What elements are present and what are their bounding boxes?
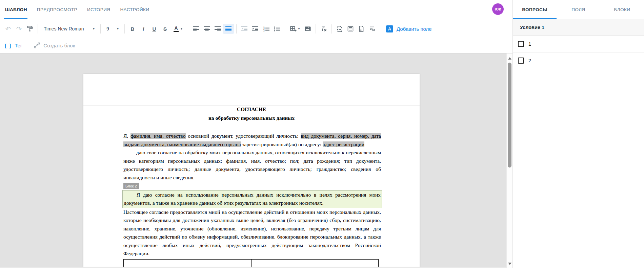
condition-label: 2: [528, 58, 531, 63]
font-family-select[interactable]: Times New Roman ▾: [40, 24, 98, 34]
right-panel: ВОПРОСЫ ПОЛЯ БЛОКИ Условие 1 1 2: [512, 0, 644, 268]
block2-label[interactable]: Блок 2: [123, 183, 139, 189]
tag-button[interactable]: [ ] Тег: [5, 43, 22, 48]
align-justify-button[interactable]: [223, 24, 234, 34]
insert-image-button[interactable]: [302, 24, 313, 34]
add-field-icon: A: [386, 25, 393, 32]
scroll-up-arrow[interactable]: [508, 57, 511, 60]
paragraph-consent-categories[interactable]: даю свое согласие на обработку моих перс…: [123, 149, 381, 182]
paragraph-consent-actions[interactable]: Настоящее согласие предоставляется мной …: [123, 208, 381, 258]
undo-button[interactable]: ↶: [3, 24, 14, 34]
document-page[interactable]: СОГЛАСИЕ на обработку персональных данны…: [83, 74, 420, 268]
unordered-list-button[interactable]: [271, 24, 282, 34]
create-block-button[interactable]: Создать блок: [34, 42, 75, 49]
toolbar-separator: [38, 24, 38, 34]
tab-settings[interactable]: НАСТРОЙКИ: [120, 7, 149, 12]
unordered-list-icon: [274, 26, 280, 32]
page-break-button[interactable]: [334, 24, 345, 34]
document-body[interactable]: Я, фамилия, имя, отчество основной докум…: [123, 132, 381, 268]
text-color-button[interactable]: A ▾: [170, 24, 185, 34]
editor-settings-button[interactable]: [367, 24, 378, 34]
text-segment: зарегистрированный(ая) по адресу:: [241, 141, 323, 147]
toolbar-separator: [285, 24, 285, 34]
tab-questions[interactable]: ВОПРОСЫ: [513, 0, 557, 19]
italic-button[interactable]: I: [138, 24, 149, 34]
toolbar-separator: [124, 24, 125, 34]
template-field[interactable]: фамилия, имя, отчество: [130, 133, 186, 139]
bold-button[interactable]: B: [127, 24, 138, 34]
paint-format-button[interactable]: [24, 24, 35, 34]
page-header-divider: [83, 105, 420, 106]
scrollbar-thumb[interactable]: [508, 63, 511, 168]
tab-preview[interactable]: ПРЕДПРОСМОТР: [37, 7, 77, 12]
toolbar-separator: [100, 24, 101, 34]
toolbar-separator: [316, 24, 316, 34]
page-break-icon: [336, 25, 343, 32]
editor-toolbar: ↶ ↷ Times New Roman ▾ 9 ▾ B I U S A ▾: [0, 19, 512, 53]
align-right-icon: [215, 26, 221, 31]
checkbox-condition-1[interactable]: [518, 41, 524, 47]
toolbar-row-template-tools: [ ] Тег Создать блок: [0, 38, 512, 52]
condition-group-title: Условие 1: [513, 19, 644, 36]
svg-text:3: 3: [263, 29, 265, 32]
align-left-icon: [193, 26, 199, 31]
font-size-select[interactable]: 9 ▾: [103, 24, 122, 34]
align-justify-icon: [225, 26, 232, 31]
tab-template[interactable]: ШАБЛОН: [5, 7, 27, 12]
caret-down-icon: ▾: [117, 27, 119, 30]
avatar[interactable]: ЮК: [492, 3, 504, 15]
create-block-icon: [34, 42, 40, 49]
right-panel-tabs: ВОПРОСЫ ПОЛЯ БЛОКИ: [513, 0, 644, 19]
insert-table-button[interactable]: ▾: [287, 24, 302, 34]
template-field[interactable]: адрес регистрации: [323, 141, 364, 147]
align-right-button[interactable]: [212, 24, 223, 34]
align-left-button[interactable]: [190, 24, 201, 34]
paint-format-icon: [26, 25, 33, 32]
vertical-scrollbar[interactable]: [506, 53, 512, 268]
paragraph-personal-data[interactable]: Я, фамилия, имя, отчество основной докум…: [123, 132, 381, 149]
editor-canvas: СОГЛАСИЕ на обработку персональных данны…: [0, 53, 506, 268]
block2-content[interactable]: Я даю согласие на использование персонал…: [122, 190, 382, 208]
clear-formatting-icon: [320, 25, 327, 32]
align-center-button[interactable]: [201, 24, 212, 34]
caret-down-icon: ▾: [181, 27, 182, 30]
page-margins-button[interactable]: [356, 24, 367, 34]
tab-fields[interactable]: ПОЛЯ: [557, 0, 600, 19]
condition-label: 1: [528, 41, 531, 47]
text-color-icon: A: [174, 26, 179, 32]
active-tab-indicator: [513, 18, 557, 19]
document-title: СОГЛАСИЕ: [83, 106, 420, 112]
condition-row-1[interactable]: 1: [513, 36, 644, 52]
condition-row-2[interactable]: 2: [513, 52, 644, 69]
toolbar-separator: [236, 24, 237, 34]
clear-formatting-button[interactable]: [318, 24, 329, 34]
tag-label: Тег: [15, 43, 22, 48]
header-footer-button[interactable]: [345, 24, 356, 34]
increase-indent-button[interactable]: [250, 24, 261, 34]
font-size-value: 9: [106, 26, 109, 31]
tab-blocks[interactable]: БЛОКИ: [600, 0, 644, 19]
main-tabs: ШАБЛОН ПРЕДПРОСМОТР ИСТОРИЯ НАСТРОЙКИ: [0, 0, 512, 19]
toolbar-separator: [380, 24, 380, 34]
page-margins-icon: [358, 25, 365, 32]
create-block-label: Создать блок: [43, 43, 75, 48]
increase-indent-icon: [252, 26, 258, 31]
toolbar-row-formatting: ↶ ↷ Times New Roman ▾ 9 ▾ B I U S A ▾: [0, 19, 512, 38]
top-tab-bar: ШАБЛОН ПРЕДПРОСМОТР ИСТОРИЯ НАСТРОЙКИ ЮК: [0, 0, 512, 19]
redo-button[interactable]: ↷: [14, 24, 24, 34]
tab-history[interactable]: ИСТОРИЯ: [87, 7, 110, 12]
add-field-button[interactable]: A Добавить поле: [386, 25, 432, 32]
scroll-down-arrow[interactable]: [508, 263, 511, 265]
checkbox-condition-2[interactable]: [518, 58, 524, 64]
decrease-indent-icon: [241, 26, 247, 31]
italic-icon: I: [143, 26, 144, 32]
document-heading: СОГЛАСИЕ на обработку персональных данны…: [83, 106, 420, 121]
text-segment: основной документ, удостоверяющий личнос…: [186, 133, 301, 139]
strikethrough-button[interactable]: S: [160, 24, 170, 34]
underline-button[interactable]: U: [149, 24, 160, 34]
decrease-indent-button[interactable]: [239, 24, 250, 34]
insert-image-icon: [304, 25, 311, 32]
ordered-list-button[interactable]: 1 2 3: [261, 24, 271, 34]
horizontal-scrollbar-track[interactable]: [0, 267, 506, 268]
editor-settings-icon: [369, 25, 376, 32]
